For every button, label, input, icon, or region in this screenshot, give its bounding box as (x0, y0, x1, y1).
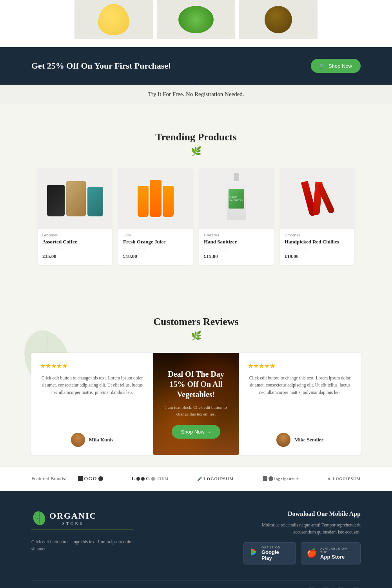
footer-logo-text: Organic Store (49, 511, 96, 526)
top-products-strip (0, 0, 392, 47)
brand-logo-2: LGITNM (132, 475, 169, 482)
reviews-grid: ★★★★★ Click edit button to change this t… (0, 353, 392, 455)
top-product-lemon (74, 0, 153, 39)
organic-leaf-icon (31, 510, 47, 526)
product-image-coffee (38, 168, 112, 229)
product-name-sanitizer: Hand Sanitizer (204, 239, 269, 245)
chilli-visual (305, 181, 329, 216)
footer-bottom: Copyright © 2021 | Organic Store ✳ f t 📷 (31, 580, 361, 588)
google-play-pre-label: GET IT ON (261, 546, 290, 549)
review-author-1: Mila Kunis (40, 433, 144, 447)
product-card-juice[interactable]: Juice Fresh Orange Juice ☆☆☆☆☆ £18.00 (118, 168, 193, 265)
deal-shop-button[interactable]: Shop Now → (172, 425, 221, 439)
free-trial-text: Try It For Free. No Registration Needed. (148, 91, 244, 97)
spacer-1 (0, 104, 392, 120)
footer-brand-sub: Store (49, 521, 96, 526)
product-info-juice: Juice Fresh Orange Juice ☆☆☆☆☆ £18.00 (118, 229, 193, 265)
review-text-2: Click edit button to change this text. L… (248, 374, 352, 426)
products-grid: Groceries Assorted Coffee ☆☆☆☆☆ £35.00 J… (31, 168, 361, 265)
footer-description: Click edit button to change this text. L… (31, 538, 133, 553)
coffee-visual (47, 181, 103, 216)
cart-icon: 🛒 (319, 63, 326, 69)
deal-title: Deal Of The Day 15% Off On All Vegetable… (161, 369, 231, 399)
product-card-coffee[interactable]: Groceries Assorted Coffee ☆☆☆☆☆ £35.00 (38, 168, 112, 265)
org-logo-row: Organic Store (31, 510, 96, 526)
product-price-chillies: £19.00 (285, 253, 350, 260)
top-product-coconut (239, 0, 318, 39)
product-price-juice: £18.00 (123, 253, 188, 260)
footer-top: Organic Store Click edit button to chang… (31, 510, 361, 564)
product-info-coffee: Groceries Assorted Coffee ☆☆☆☆☆ £35.00 (38, 229, 112, 265)
google-play-icon (249, 547, 258, 559)
brand-logo-1: OGO (78, 475, 103, 482)
product-image-juice (118, 168, 193, 229)
google-play-text: GET IT ON Google Play (261, 546, 290, 561)
product-stars-juice: ☆☆☆☆☆ (123, 247, 188, 252)
trending-section-header: Trending Products 🌿 (0, 120, 392, 168)
footer-app-title: Download Our Mobile App (243, 510, 361, 517)
sanitizer-visual: HANDSANITIZER (227, 177, 246, 220)
product-info-sanitizer: Groceries Hand Sanitizer ☆☆☆☆☆ £15.00 (199, 229, 274, 265)
app-store-text: Available on the App Store (320, 547, 355, 560)
product-name-coffee: Assorted Coffee (42, 239, 107, 245)
app-store-pre-label: Available on the (320, 547, 355, 554)
app-store-button[interactable]: 🍎 Available on the App Store (301, 542, 361, 564)
reviews-section: Customers Reviews 🌿 ★★★★★ Click edit but… (0, 296, 392, 466)
product-price-coffee: £35.00 (42, 253, 107, 260)
organic-store-logo: Organic Store (31, 510, 133, 534)
brand-logo-3: 🎤LOGOIPSUM (197, 476, 234, 481)
product-stars-coffee: ☆☆☆☆☆ (42, 247, 107, 252)
promo-card-bg (153, 353, 239, 455)
reviewer-avatar-2 (276, 433, 290, 447)
app-download-buttons: GET IT ON Google Play 🍎 Available on the… (243, 542, 361, 564)
product-card-chillies[interactable]: Groceries Handpicked Red Chillies ☆☆☆☆☆ … (280, 168, 354, 265)
spacer-2 (0, 281, 392, 296)
product-category-coffee: Groceries (42, 233, 107, 237)
product-info-chillies: Groceries Handpicked Red Chillies ☆☆☆☆☆ … (280, 229, 354, 265)
review-card-2: ★★★★★ Click edit button to change this t… (239, 353, 361, 455)
brand-logos-list: OGO LGITNM 🎤LOGOIPSUM logoipsum ® ◈LOGOI… (78, 475, 361, 482)
review-stars-2: ★★★★★ (248, 362, 352, 370)
reviewer-avatar-1 (71, 433, 85, 447)
leaf-divider-trending: 🌿 (0, 143, 392, 164)
reviews-title: Customers Reviews (0, 316, 392, 328)
review-text-1: Click edit button to change this text. L… (40, 374, 144, 426)
shop-now-label: Shop Now (328, 63, 352, 69)
footer-logo-area: Organic Store Click edit button to chang… (31, 510, 133, 553)
brands-section: Featured Brands: OGO LGITNM 🎤LOGOIPSUM l… (0, 466, 392, 491)
juice-visual (138, 180, 174, 217)
brand-logo-4: logoipsum ® (263, 476, 299, 481)
product-stars-sanitizer: ☆☆☆☆☆ (204, 247, 269, 252)
footer-app-section: Download Our Mobile App Molestiae reicie… (243, 510, 361, 564)
review-stars-1: ★★★★★ (40, 362, 144, 370)
product-image-sanitizer: HANDSANITIZER (199, 168, 274, 229)
deal-subtitle: I am text block. Click edit button to ch… (161, 404, 231, 417)
product-stars-chillies: ☆☆☆☆☆ (285, 247, 350, 252)
deal-shop-label: Shop Now → (181, 429, 211, 435)
shop-now-button[interactable]: 🛒 Shop Now (311, 59, 361, 73)
review-card-1: ★★★★★ Click edit button to change this t… (31, 353, 153, 455)
apple-icon: 🍎 (307, 548, 317, 558)
footer-app-desc: Molestiae reiciendis neque arcu! Tempor … (243, 521, 361, 536)
footer-brand-name: Organic (49, 511, 96, 521)
brands-label: Featured Brands: (31, 475, 66, 482)
products-grid-section: Groceries Assorted Coffee ☆☆☆☆☆ £35.00 J… (0, 168, 392, 281)
deal-of-day-card: Deal Of The Day 15% Off On All Vegetable… (153, 353, 239, 455)
google-play-button[interactable]: GET IT ON Google Play (243, 542, 296, 564)
reviewer-name-1: Mila Kunis (89, 437, 114, 443)
free-trial-bar: Try It For Free. No Registration Needed. (0, 85, 392, 104)
trending-title: Trending Products (0, 131, 392, 143)
product-card-sanitizer[interactable]: HANDSANITIZER Groceries Hand Sanitizer ☆… (199, 168, 274, 265)
product-category-chillies: Groceries (285, 233, 350, 237)
product-name-chillies: Handpicked Red Chillies (285, 239, 350, 245)
review-author-2: Mike Sendler (248, 433, 352, 447)
footer: Organic Store Click edit button to chang… (0, 491, 392, 588)
reviewer-name-2: Mike Sendler (294, 437, 324, 443)
brand-logo-5: ◈LOGOIPSUM (328, 477, 361, 481)
product-price-sanitizer: £15.00 (204, 253, 269, 260)
product-image-chillies (280, 168, 354, 229)
product-name-juice: Fresh Orange Juice (123, 239, 188, 245)
app-store-label: App Store (320, 554, 355, 560)
promo-headline: Get 25% Off On Your First Purchase! (31, 61, 171, 71)
top-product-lettuce (157, 0, 235, 39)
